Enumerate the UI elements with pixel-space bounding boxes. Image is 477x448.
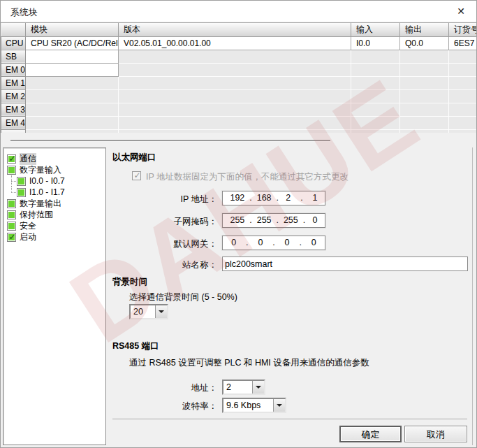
cell-cpu-version: V02.05.01_00.00.01.00 xyxy=(119,36,351,50)
cell-cpu-order: 6ES7 2 xyxy=(449,36,477,50)
rs485-address-select[interactable]: 2 xyxy=(222,380,265,395)
options-tree: ✓ 通信 数字量输入 I0.0 - I0.7 I1.0 - I1.7 数字量输出… xyxy=(3,147,106,445)
tree-item-security[interactable]: 安全 xyxy=(3,220,105,231)
column-header-order: 订货号 xyxy=(449,23,477,36)
station-name-label: 站名称： xyxy=(111,259,217,271)
row-header-sb[interactable]: SB xyxy=(1,50,26,63)
tree-item-i00-i07[interactable]: I0.0 - I0.7 xyxy=(3,175,105,187)
background-time-heading: 背景时间 xyxy=(112,276,147,288)
horizontal-splitter[interactable] xyxy=(10,140,330,142)
cell-em1-output xyxy=(400,76,449,89)
cell-em0-order xyxy=(449,63,477,76)
table-row-em5: EM 5 xyxy=(1,129,477,133)
cancel-button[interactable]: 取消 xyxy=(404,426,467,442)
ok-button[interactable]: 确定 xyxy=(339,426,402,442)
table-row-em4: EM 4 xyxy=(1,116,477,129)
settings-panel: 以太网端口 ✓ IP 地址数据固定为下面的值，不能通过其它方式更改 IP 地址：… xyxy=(111,147,473,445)
cell-em2-output xyxy=(400,89,449,103)
tree-item-i10-i17[interactable]: I1.0 - I1.7 xyxy=(3,187,105,198)
default-gateway-field[interactable]: 0 . 0 . 0 . 0 xyxy=(222,236,325,250)
row-header-em4[interactable]: EM 4 xyxy=(1,116,26,129)
table-row-cpu: CPU CPU SR20 (AC/DC/Relay) V02.05.01_00.… xyxy=(1,36,477,50)
checkbox-digital-outputs[interactable] xyxy=(7,199,16,208)
checkbox-startup[interactable]: ✓ xyxy=(7,233,16,242)
checkbox-i10-i17[interactable] xyxy=(17,188,26,197)
tree-item-communication[interactable]: ✓ 通信 xyxy=(3,153,105,164)
cell-em0-version xyxy=(119,63,351,76)
tree-item-digital-outputs[interactable]: 数字量输出 xyxy=(3,198,105,209)
rs485-address-label: 地址： xyxy=(111,382,217,394)
row-header-em1[interactable]: EM 1 xyxy=(1,76,26,89)
chevron-down-icon[interactable] xyxy=(252,381,264,393)
rs485-description: 通过 RS485 设置可调整 PLC 和 HMI 设备用来通信的通信参数 xyxy=(129,357,369,369)
rs485-port-heading: RS485 端口 xyxy=(112,340,159,352)
baud-rate-select[interactable]: 9.6 Kbps xyxy=(222,398,286,413)
checkbox-i00-i07[interactable] xyxy=(17,177,26,186)
row-header-em0[interactable]: EM 0 xyxy=(1,63,26,76)
row-header-cpu[interactable]: CPU xyxy=(1,36,26,50)
table-row-em1: EM 1 xyxy=(1,76,477,89)
cell-sb-output xyxy=(400,50,449,63)
cell-cpu-module[interactable]: CPU SR20 (AC/DC/Relay) xyxy=(26,36,119,50)
table-row-em0: EM 0 xyxy=(1,63,477,76)
cell-em4-input xyxy=(351,116,400,129)
cell-em1-input xyxy=(351,76,400,89)
chevron-down-icon[interactable] xyxy=(155,305,167,318)
tree-item-startup[interactable]: ✓ 启动 xyxy=(3,231,105,243)
checkbox-communication[interactable]: ✓ xyxy=(7,154,16,164)
cell-em2-input xyxy=(351,89,400,103)
cell-em2-version xyxy=(119,89,351,103)
ethernet-port-heading: 以太网端口 xyxy=(112,152,156,164)
table-row-em2: EM 2 xyxy=(1,89,477,103)
dialog-title: 系统块 xyxy=(10,6,38,19)
cell-em4-module xyxy=(26,116,119,129)
cell-em0-input xyxy=(351,63,400,76)
background-time-select[interactable]: 20 xyxy=(129,304,168,319)
subnet-mask-label: 子网掩码： xyxy=(111,216,217,228)
tree-item-digital-inputs[interactable]: 数字量输入 xyxy=(3,164,105,175)
fixed-ip-checkbox: ✓ xyxy=(132,171,141,180)
baud-rate-label: 波特率： xyxy=(111,400,217,412)
checkbox-security[interactable] xyxy=(7,222,16,231)
cell-em2-order xyxy=(449,89,477,103)
cell-em5-input xyxy=(351,129,400,133)
column-header-output: 输出 xyxy=(400,23,449,36)
ip-address-field[interactable]: 192 . 168 . 2 . 1 xyxy=(222,191,325,205)
cell-em4-order xyxy=(449,116,477,129)
cell-sb-module[interactable] xyxy=(26,50,119,63)
tree-connector xyxy=(7,187,17,198)
cell-em3-input xyxy=(351,103,400,116)
cell-em1-module xyxy=(26,76,119,89)
cell-em5-module xyxy=(26,129,119,133)
station-name-input[interactable] xyxy=(222,256,468,271)
row-header-em2[interactable]: EM 2 xyxy=(1,89,26,103)
close-icon[interactable]: ✕ xyxy=(455,5,467,17)
cell-em4-output xyxy=(400,116,449,129)
cell-cpu-output: Q0.0 xyxy=(400,36,449,50)
checkbox-digital-inputs[interactable] xyxy=(7,166,16,175)
fixed-ip-label: IP 地址数据固定为下面的值，不能通过其它方式更改 xyxy=(146,171,348,183)
cell-em1-order xyxy=(449,76,477,89)
cell-sb-input xyxy=(351,50,400,63)
tree-item-retentive-ranges[interactable]: 保持范围 xyxy=(3,209,105,220)
system-block-dialog: 系统块 ✕ 模块 版本 输入 输出 订货号 CPU CPU SR20 (AC/D… xyxy=(0,0,477,448)
table-row-sb: SB xyxy=(1,50,477,63)
cell-em2-module xyxy=(26,89,119,103)
cell-em3-output xyxy=(400,103,449,116)
cell-cpu-input: I0.0 xyxy=(351,36,400,50)
tree-connector xyxy=(7,175,17,187)
cell-em3-module xyxy=(26,103,119,116)
table-header-row: 模块 版本 输入 输出 订货号 xyxy=(1,23,477,36)
cell-em3-version xyxy=(119,103,351,116)
cell-em1-version xyxy=(119,76,351,89)
cell-em0-module[interactable] xyxy=(26,63,119,76)
checkbox-retentive-ranges[interactable] xyxy=(7,210,16,219)
cell-em5-output xyxy=(400,129,449,133)
subnet-mask-field[interactable]: 255 . 255 . 255 . 0 xyxy=(222,213,325,228)
module-table: 模块 版本 输入 输出 订货号 CPU CPU SR20 (AC/DC/Rela… xyxy=(1,22,477,133)
column-header-corner xyxy=(1,23,26,36)
chevron-down-icon[interactable] xyxy=(273,399,285,412)
row-header-em5[interactable]: EM 5 xyxy=(1,129,26,133)
cell-em4-version xyxy=(119,116,351,129)
row-header-em3[interactable]: EM 3 xyxy=(1,103,26,116)
